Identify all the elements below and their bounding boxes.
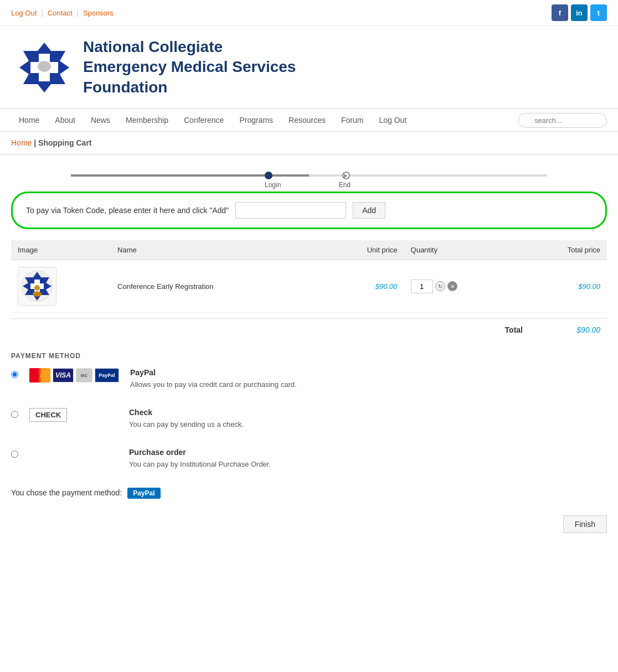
visa-logo: VISA (53, 368, 74, 382)
twitter-icon[interactable]: t (590, 4, 607, 21)
linkedin-icon[interactable]: in (571, 4, 588, 21)
check-info: Check You can pay by sending us a check. (129, 408, 244, 428)
token-section: To pay via Token Code, please enter it h… (11, 192, 607, 229)
nav-forum[interactable]: Forum (333, 109, 371, 131)
check-logo-area: CHECK (29, 408, 118, 422)
total-label: Total (505, 325, 523, 334)
step-labels: Login End (71, 180, 548, 189)
payment-option-po: Purchase order You can pay by Institutio… (11, 448, 607, 474)
step-dot-login[interactable] (265, 172, 272, 179)
svg-point-8 (34, 285, 40, 291)
total-amount: $90.00 (556, 325, 600, 334)
top-bar: Log Out | Contact | Sponsors f in t (0, 0, 618, 26)
sponsors-link[interactable]: Sponsors (83, 9, 114, 17)
svg-point-9 (33, 291, 42, 297)
col-name: Name (111, 240, 320, 260)
po-name: Purchase order (129, 448, 271, 457)
step-label-end: End (339, 181, 351, 189)
search-wrap: 🔍 (518, 113, 607, 128)
breadcrumb: Home | Shopping Cart (0, 132, 618, 154)
paypal-logo: PayPal (95, 368, 119, 382)
nav-news[interactable]: News (83, 109, 118, 131)
totals-row: Total $90.00 (11, 318, 607, 341)
breadcrumb-current: Shopping Cart (38, 138, 91, 147)
header: National Collegiate Emergency Medical Se… (0, 26, 618, 108)
progress-line-fill (71, 174, 309, 177)
qty-refresh-btn[interactable]: ↻ (435, 281, 445, 291)
col-image: Image (11, 240, 111, 260)
check-logo: CHECK (29, 408, 67, 422)
nav-home[interactable]: Home (11, 109, 47, 131)
main-nav: Home About News Membership Conference Pr… (0, 108, 618, 132)
search-input[interactable] (518, 113, 607, 128)
paypal-name: PayPal (130, 368, 297, 377)
po-desc: You can pay by Institutional Purchase Or… (129, 460, 271, 468)
mastercard-logo: ●● (29, 368, 50, 382)
progress-bar-container: ▶ Login End (71, 171, 548, 189)
po-info: Purchase order You can pay by Institutio… (129, 448, 271, 468)
product-image (18, 267, 56, 306)
check-radio[interactable] (11, 411, 18, 418)
step-label-login: Login (265, 181, 281, 189)
payment-section: PAYMENT METHOD ●● VISA MC PayPal PayPal … (11, 352, 607, 474)
add-token-button[interactable]: Add (353, 202, 385, 219)
progress-track: ▶ (71, 171, 548, 180)
mc2-logo: MC (76, 368, 92, 382)
cart-row: Conference Early Registration $90.00 1 ↻… (11, 260, 607, 313)
svg-point-3 (38, 61, 51, 72)
chosen-value-badge: PayPal (127, 488, 160, 499)
quantity-input[interactable]: 1 (411, 280, 433, 293)
nav-about[interactable]: About (47, 109, 83, 131)
check-name: Check (129, 408, 244, 417)
org-name: National Collegiate Emergency Medical Se… (83, 37, 296, 97)
check-desc: You can pay by sending us a check. (129, 420, 244, 428)
col-quantity: Quantity (404, 240, 519, 260)
nav-conference[interactable]: Conference (176, 109, 231, 131)
facebook-icon[interactable]: f (552, 4, 568, 21)
nav-resources[interactable]: Resources (281, 109, 333, 131)
nav-logout[interactable]: Log Out (371, 109, 414, 131)
breadcrumb-home[interactable]: Home (11, 138, 32, 147)
col-total-price: Total price (518, 240, 607, 260)
social-icons: f in t (552, 4, 607, 21)
cart-table: Image Name Unit price Quantity Total pri… (11, 240, 607, 313)
unit-price: $90.00 (320, 260, 404, 313)
qty-remove-btn[interactable]: ✕ (447, 281, 457, 291)
po-radio[interactable] (11, 451, 18, 458)
token-input[interactable] (235, 202, 346, 219)
col-unit-price: Unit price (320, 240, 404, 260)
finish-button[interactable]: Finish (563, 515, 607, 533)
chosen-label: You chose the payment method: (11, 488, 122, 497)
logout-link-top[interactable]: Log Out (11, 9, 37, 17)
payment-section-title: PAYMENT METHOD (11, 352, 607, 360)
nav-programs[interactable]: Programs (231, 109, 281, 131)
finish-row: Finish (11, 510, 607, 539)
top-links: Log Out | Contact | Sponsors (11, 8, 114, 17)
contact-link[interactable]: Contact (48, 9, 73, 17)
paypal-logos: ●● VISA MC PayPal (29, 368, 119, 382)
step-dot-end[interactable]: ▶ (342, 172, 350, 179)
paypal-info: PayPal Allows you to pay via credit card… (130, 368, 297, 389)
payment-option-check: CHECK Check You can pay by sending us a … (11, 408, 607, 434)
page-content: ▶ Login End To pay via Token Code, pleas… (0, 166, 618, 555)
token-label: To pay via Token Code, please enter it h… (26, 206, 229, 215)
payment-option-paypal: ●● VISA MC PayPal PayPal Allows you to p… (11, 368, 607, 394)
payment-chosen: You chose the payment method: PayPal (11, 488, 607, 499)
paypal-desc: Allows you to pay via credit card or pur… (130, 380, 297, 389)
product-name: Conference Early Registration (111, 260, 320, 313)
quantity-control: 1 ↻ ✕ (411, 280, 512, 293)
paypal-radio[interactable] (11, 371, 18, 378)
org-logo (17, 40, 72, 95)
nav-membership[interactable]: Membership (118, 109, 176, 131)
total-price: $90.00 (518, 260, 607, 313)
